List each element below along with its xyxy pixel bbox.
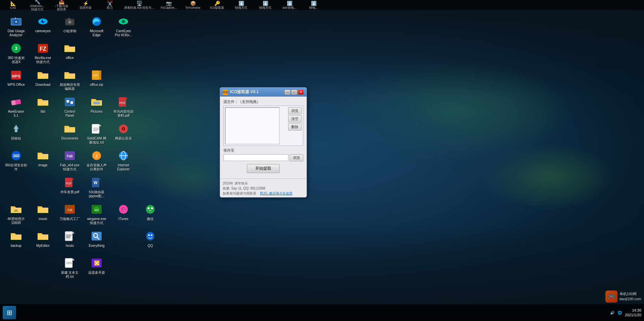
desktop-icon-xiaozhu[interactable]: 小狙录制 [57, 13, 83, 35]
svg-rect-32 [93, 102, 100, 104]
start-button[interactable]: ⊞ [3, 306, 16, 319]
desktop-icon-myeditor[interactable]: MyEditor [30, 228, 56, 249]
desktop-icon-music[interactable]: music [30, 201, 56, 222]
desktop-icon-download[interactable]: Download [30, 67, 56, 88]
icon-label-ie: InternetExplorer [117, 163, 129, 171]
desktop-icon-yunyao[interactable]: 🔀远遥多开器 [84, 255, 109, 276]
svg-rect-78 [66, 237, 70, 238]
svg-marker-37 [99, 124, 101, 126]
icon-label-edge: MicrosoftEdge [90, 29, 104, 37]
taskbar-top-item-iobit[interactable]: 🔧 IObitUnis...快捷方式 [25, 0, 49, 12]
taskbar-top-item-xz[interactable]: 📥 ↓下载与创新世界 [50, 0, 73, 12]
dialog-window: ICO ICO提取器 V0.1 — □ ✕ 源文件：（支持拖拽） 浏览 清空 删… [220, 87, 307, 198]
browse-button[interactable]: 浏览 [288, 107, 302, 114]
svg-text:WG: WG [94, 209, 99, 212]
taskbar-top-item-tools[interactable]: ✂️ 剪刀 [98, 0, 121, 10]
desktop-icon-h3c[interactable]: Wh3c路由器pppoe配... [84, 174, 109, 200]
extract-button[interactable]: 开始提取 [247, 164, 280, 173]
desktop-icon-huawei-pdf[interactable]: PDF华为内部培训资料.pdf [111, 94, 136, 119]
desktop-icon-filezilla[interactable]: FZfilezilla.exe快捷方式 [30, 40, 56, 65]
icon-image-wegame: WG [90, 203, 103, 216]
taskbar-top-item-toybox[interactable]: 📦 ToYcomexe [181, 0, 205, 10]
taskbar-top-item-dw[interactable]: ⬇️ 快地方式 [229, 0, 253, 10]
minimize-button[interactable]: — [284, 90, 290, 95]
desktop-icon-aweraser[interactable]: AweEraser5.1 [3, 94, 29, 119]
desktop-icon-image[interactable]: image [30, 148, 56, 169]
icon-label-wps: WPS Office [7, 83, 25, 87]
taskbar-top-item-cad[interactable]: 📐 CAD [1, 0, 25, 10]
taskbar-top-item-icotool[interactable]: 🔑 ICO提取器 [205, 0, 229, 10]
icon-label-music: music [39, 217, 47, 221]
restore-button[interactable]: □ [291, 90, 297, 95]
desktop-icon-officezip[interactable]: ZIPoffice.zip [84, 67, 109, 88]
desktop-icon-jinshe[interactable]: ♪金舟音频人声分离软件 [84, 148, 109, 173]
svg-point-83 [148, 234, 150, 236]
desktop-icon-hosts[interactable]: hosts [57, 228, 83, 249]
icon-image-4k: 4K [9, 203, 23, 216]
clear-button[interactable]: 清空 [288, 115, 302, 122]
desktop-icon-documents[interactable]: Documents [57, 121, 83, 142]
svg-point-73 [151, 210, 152, 211]
bug-report-link[interactable]: BUG, 建议请点击这里 [260, 192, 292, 195]
desktop-icon-newfile[interactable]: 新建 文本文档.txt [57, 255, 83, 280]
icon-image-aweraser [9, 95, 23, 109]
desktop-icon-careeyes-pro[interactable]: CareEyesPro 时间v... [111, 13, 136, 39]
desktop-icon-fab[interactable]: fab [30, 94, 56, 115]
desktop-icon-qq[interactable]: QQ [138, 228, 163, 249]
icon-label-wechat: 微信 [147, 217, 154, 221]
taskbar-top-item-pf[interactable]: 🖥️ 屏幕快速.exe 优先与用程 [122, 0, 156, 10]
taskbar-top-item-bjq[interactable]: ⚡ 迅雷控器 [74, 0, 97, 10]
clock-time: 14:30 [625, 308, 641, 313]
desktop-icon-edge[interactable]: MicrosoftEdge [84, 13, 109, 39]
desktop-icon-wegame[interactable]: WGwegame.exe快捷方式 [84, 201, 109, 226]
desktop-icon-careeyes[interactable]: careueyes [30, 13, 56, 35]
save-browse-button[interactable]: 浏览 [290, 154, 303, 161]
dialog-footer: 2010年 虎年快乐 批量: Say 法, QQ: 89113398 如果有问题… [220, 178, 307, 197]
tray-network[interactable]: 🌐 [618, 311, 622, 315]
icon-image-xiaozhu [63, 15, 76, 28]
desktop-icon-everything[interactable]: Everything [84, 228, 109, 249]
tray-volume[interactable]: 🔊 [610, 311, 615, 315]
icon-label-360browser: 360 快速浏览器X [8, 56, 24, 64]
desktop-icon-backup[interactable]: backup [3, 228, 29, 249]
taskbar-top-item-ico2[interactable]: ⬇️ 快地方式 [254, 0, 277, 10]
save-to-row: 保存至 [223, 148, 303, 153]
taskbar-top-item-ico4[interactable]: ⬇️ 快地... [302, 0, 325, 10]
close-button[interactable]: ✕ [298, 90, 304, 95]
desktop-icon-itunes[interactable]: ♫iTunes [111, 201, 136, 222]
icon-image-yiyou [63, 68, 76, 82]
icon-image-control [63, 95, 76, 109]
desktop-icon-control[interactable]: ControlPanel [57, 94, 83, 119]
dialog-titlebar: ICO ICO提取器 V0.1 — □ ✕ [220, 88, 307, 97]
desktop-icon-solidcam[interactable]: SolidCAM 网载地址.txt [84, 121, 109, 146]
desktop-icon-tingchef[interactable]: PDF停车发票.pdf [57, 174, 83, 196]
desktop-icon-fab64[interactable]: FabFab_x64.exe快捷方式 [57, 148, 83, 173]
taskbar-top-item-ico3[interactable]: ⬇️ exe 快地... [278, 0, 301, 10]
desktop-icon-pictures[interactable]: Pictures [84, 94, 109, 115]
icon-label-wangneng: 万能格式工厂 [60, 217, 80, 221]
desktop-icon-qihu[interactable]: 360360全球安全软件 [3, 148, 29, 173]
svg-rect-13 [68, 18, 70, 19]
icon-label-qihu: 360全球安全软件 [5, 163, 28, 171]
desktop-icon-wps[interactable]: WPSWPS Office [3, 67, 29, 88]
desktop-icon-360browser[interactable]: 3360 快速浏览器X [3, 40, 29, 65]
desktop-icon-wechat[interactable]: 微信 [138, 201, 163, 222]
icon-image-wechat [144, 203, 157, 216]
icon-label-4k: 4K壁纸照片1080R [7, 217, 25, 225]
desktop-icon-recycle[interactable]: 回收站 [3, 121, 29, 142]
svg-text:WPS: WPS [12, 74, 20, 78]
delete-button[interactable]: 删除 [288, 123, 302, 130]
save-path-input[interactable] [223, 154, 288, 161]
desktop-icon-wangneng[interactable]: 万能万能格式工厂 [57, 201, 83, 222]
icon-label-xiaozhu: 小狙录制 [63, 29, 76, 33]
icon-label-myeditor: MyEditor [36, 244, 49, 248]
desktop-icon-ie[interactable]: InternetExplorer [111, 148, 136, 173]
watermark-url: danji100.com [620, 297, 641, 302]
desktop-icon-4k[interactable]: 4K4K壁纸照片1080R [3, 201, 29, 226]
desktop-icon-disk-usage[interactable]: Disk UsageAnalyzer [3, 13, 29, 39]
extract-button-row: 开始提取 [223, 164, 303, 173]
taskbar-top-item-fscap[interactable]: 📷 FSCapture... [157, 0, 180, 10]
desktop-icon-netease[interactable]: 网易云音乐 [111, 121, 136, 142]
desktop-icon-yiyou[interactable]: 易游网洪专用编辑器 [57, 67, 83, 92]
desktop-icon-office-folder[interactable]: office [57, 40, 83, 61]
